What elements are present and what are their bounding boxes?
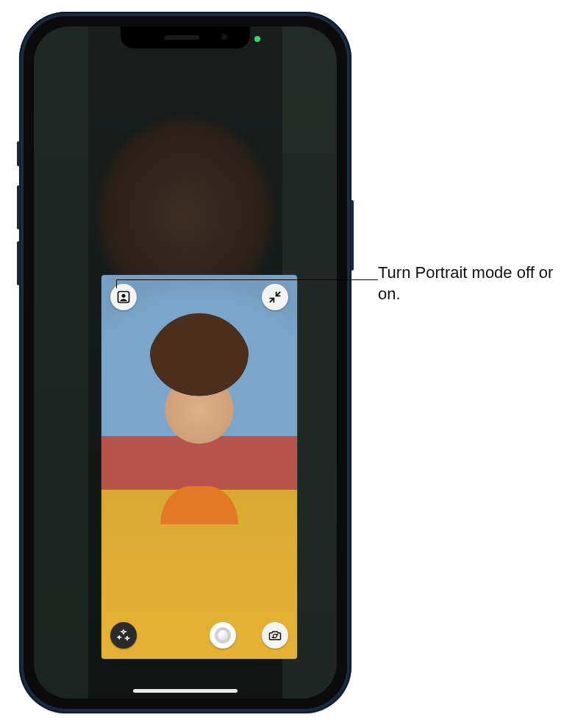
callout-leader-tick <box>116 279 117 288</box>
camera-in-use-indicator <box>254 36 260 42</box>
phone-bezel <box>24 16 347 709</box>
ring-silent-switch <box>17 141 20 166</box>
camera-flip-icon <box>268 628 282 643</box>
self-view-tile[interactable] <box>101 275 297 659</box>
callout-leader-line <box>116 279 378 280</box>
svg-point-1 <box>122 294 126 298</box>
effects-button[interactable] <box>110 622 137 649</box>
minimize-tile-button[interactable] <box>262 284 288 310</box>
home-indicator <box>133 689 238 693</box>
iphone-device-frame <box>19 12 351 713</box>
notch <box>121 26 250 49</box>
capture-photo-button[interactable] <box>210 622 236 649</box>
person-portrait-icon <box>116 290 131 304</box>
volume-down-button <box>17 241 20 285</box>
screen <box>34 26 337 699</box>
callout-portrait-mode: Turn Portrait mode off or on. <box>378 262 568 304</box>
arrows-in-icon <box>268 290 282 304</box>
flip-camera-button[interactable] <box>262 622 288 649</box>
portrait-mode-toggle[interactable] <box>110 284 137 310</box>
volume-up-button <box>17 185 20 229</box>
side-button <box>351 200 354 271</box>
sparkle-aperture-icon <box>116 628 131 643</box>
